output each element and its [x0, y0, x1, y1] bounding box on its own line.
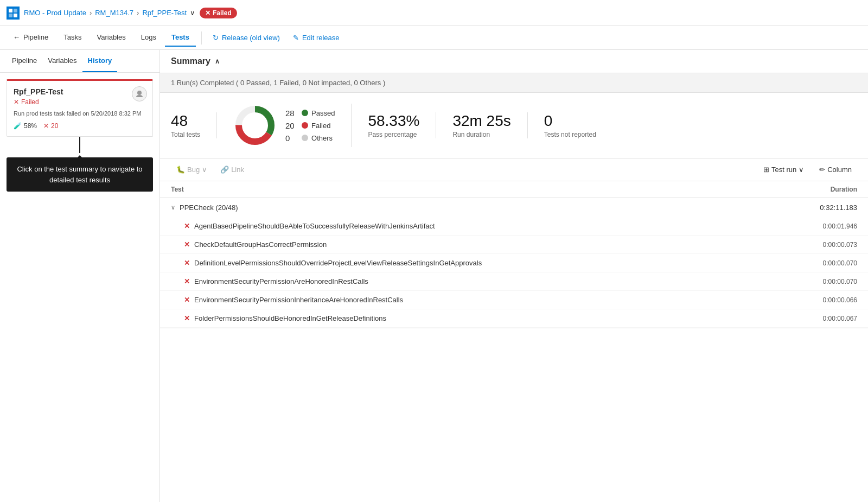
failed-label: Failed [213, 9, 232, 17]
breadcrumb-item-2[interactable]: RM_M134.7 [95, 9, 133, 17]
pencil-icon: ✎ [293, 34, 299, 42]
svg-point-4 [137, 91, 142, 95]
test-row[interactable]: ✕ EnvironmentSecurityPermissionAreHonore… [160, 272, 868, 291]
failed-badge: ✕ Failed [200, 8, 237, 18]
failed-icon: ✕ [184, 259, 190, 267]
tests-not-reported-number: 0 [544, 112, 553, 130]
test-row[interactable]: ✕ CheckDefaultGroupHasCorrectPermission … [160, 236, 868, 254]
failed-count: 20 [285, 121, 298, 130]
test-run-icon: ⊞ [763, 166, 769, 174]
failed-label: Failed [311, 122, 330, 130]
release-old-view-button[interactable]: ↻ Release (old view) [207, 30, 285, 45]
run-duration-number: 32m 25s [452, 112, 510, 130]
svg-point-8 [243, 113, 267, 137]
stage-card[interactable]: Rpf_PPE-Test ✕ Failed Run prod tests tas… [7, 79, 153, 137]
sidebar: Pipeline Variables History Rpf_PPE-Test … [0, 50, 160, 502]
failed-dot [302, 122, 308, 129]
tab-tests[interactable]: Tests [165, 29, 196, 47]
test-duration: 0:00:00.070 [792, 278, 857, 285]
connector-line [79, 137, 80, 153]
sidebar-tab-variables[interactable]: Variables [42, 50, 82, 72]
test-row[interactable]: ✕ EnvironmentSecurityPermissionInheritan… [160, 291, 868, 309]
breadcrumb: RMO - Prod Update › RM_M134.7 › Rpf_PPE-… [24, 9, 195, 17]
run-duration-block: 32m 25s Run duration [452, 112, 527, 138]
sidebar-tab-pipeline[interactable]: Pipeline [7, 50, 42, 72]
sidebar-tab-history[interactable]: History [82, 50, 118, 72]
test-row[interactable]: ✕ AgentBasedPipelineShouldBeAbleToSucces… [160, 217, 868, 236]
beaker-icon: 🧪 [14, 122, 22, 130]
test-group-0: ∨ PPECheck (20/48) 0:32:11.183 ✕ AgentBa… [160, 198, 868, 328]
nav-tabs: ← Pipeline Tasks Variables Logs Tests ↻ … [0, 26, 868, 50]
chart-legend: 28 Passed 20 Failed 0 Others [285, 109, 335, 143]
app-logo [7, 7, 20, 20]
passed-label: Passed [311, 109, 335, 117]
failed-icon: ✕ [184, 222, 190, 230]
test-duration: 0:00:00.073 [792, 241, 857, 249]
pass-percentage-number: 58.33% [368, 112, 419, 130]
bug-chevron-icon: ∨ [202, 166, 207, 174]
column-icon: ✏ [819, 166, 825, 174]
stage-card-description: Run prod tests task failed on 5/20/2018 … [14, 110, 146, 117]
breadcrumb-item-3[interactable]: Rpf_PPE-Test [142, 9, 187, 17]
group-duration: 0:32:11.183 [820, 204, 857, 212]
legend-failed: 20 Failed [285, 121, 335, 130]
stage-card-title: Rpf_PPE-Test [14, 87, 146, 96]
test-duration: 0:00:01.946 [792, 223, 857, 230]
group-chevron-icon: ∨ [171, 204, 175, 211]
svg-rect-2 [9, 14, 12, 17]
tab-logs[interactable]: Logs [135, 29, 163, 47]
others-count: 0 [285, 134, 298, 143]
test-name: FolderPermissionsShouldBeHonoredInGetRel… [194, 314, 788, 322]
test-duration: 0:00:00.070 [792, 259, 857, 267]
fail-x-icon: ✕ [43, 122, 49, 130]
tooltip-box: Click on the test summary to navigate to… [7, 157, 153, 192]
stage-card-status: ✕ Failed [14, 98, 146, 106]
pass-percentage-block: 58.33% Pass percentage [368, 112, 436, 138]
test-table-header: Test Duration [160, 181, 868, 198]
test-name: CheckDefaultGroupHasCorrectPermission [194, 240, 788, 249]
breadcrumb-item-1[interactable]: RMO - Prod Update [24, 9, 86, 17]
release-refresh-icon: ↻ [213, 34, 219, 42]
edit-release-button[interactable]: ✎ Edit release [288, 30, 345, 45]
legend-others: 0 Others [285, 134, 335, 143]
failed-icon: ✕ [184, 240, 190, 249]
others-dot [302, 135, 308, 141]
link-button[interactable]: 🔗 Link [215, 163, 250, 176]
test-name: EnvironmentSecurityPermissionInheritance… [194, 296, 788, 304]
test-name: AgentBasedPipelineShouldBeAbleToSuccessf… [194, 222, 788, 230]
tab-variables[interactable]: Variables [91, 29, 132, 47]
total-tests-number: 48 [171, 112, 188, 130]
test-duration: 0:00:00.067 [792, 315, 857, 322]
svg-rect-1 [14, 9, 17, 12]
pass-percentage-label: Pass percentage [368, 131, 417, 138]
test-duration: 0:00:00.066 [792, 296, 857, 304]
test-row[interactable]: ✕ FolderPermissionsShouldBeHonoredInGetR… [160, 309, 868, 328]
summary-header: Summary ∧ [160, 50, 868, 73]
stage-card-footer: 🧪 58% ✕ 20 [14, 122, 146, 130]
stats-row: 48 Total tests [160, 93, 868, 158]
chart-area: 28 Passed 20 Failed 0 Others [233, 104, 352, 147]
test-run-chevron-icon: ∨ [799, 166, 804, 174]
svg-rect-0 [9, 9, 12, 12]
test-group-header-0[interactable]: ∨ PPECheck (20/48) 0:32:11.183 [160, 198, 868, 217]
toolbar: 🐛 Bug ∨ 🔗 Link ⊞ Test run ∨ ✏ Column [160, 158, 868, 181]
back-pipeline-label: Pipeline [23, 33, 48, 41]
back-to-pipeline[interactable]: ← Pipeline [7, 29, 55, 47]
run-duration-label: Run duration [452, 131, 490, 138]
column-button[interactable]: ✏ Column [814, 163, 857, 176]
total-tests-label: Total tests [171, 131, 200, 138]
runs-bar: 1 Run(s) Completed ( 0 Passed, 1 Failed,… [160, 73, 868, 93]
back-arrow-icon: ← [13, 33, 20, 41]
bug-button[interactable]: 🐛 Bug ∨ [171, 163, 213, 176]
failed-icon: ✕ [184, 296, 190, 304]
test-run-button[interactable]: ⊞ Test run ∨ [758, 163, 809, 176]
tab-tasks[interactable]: Tasks [57, 29, 88, 47]
others-label: Others [311, 134, 333, 142]
bug-icon: 🐛 [176, 166, 185, 174]
fail-count: ✕ 20 [43, 122, 58, 130]
test-row[interactable]: ✕ DefinitionLevelPermissionsShouldOverri… [160, 254, 868, 272]
svg-rect-3 [14, 14, 17, 17]
passed-dot [302, 110, 308, 116]
toolbar-right: ⊞ Test run ∨ ✏ Column [758, 163, 857, 176]
summary-chevron-icon[interactable]: ∧ [215, 58, 220, 65]
